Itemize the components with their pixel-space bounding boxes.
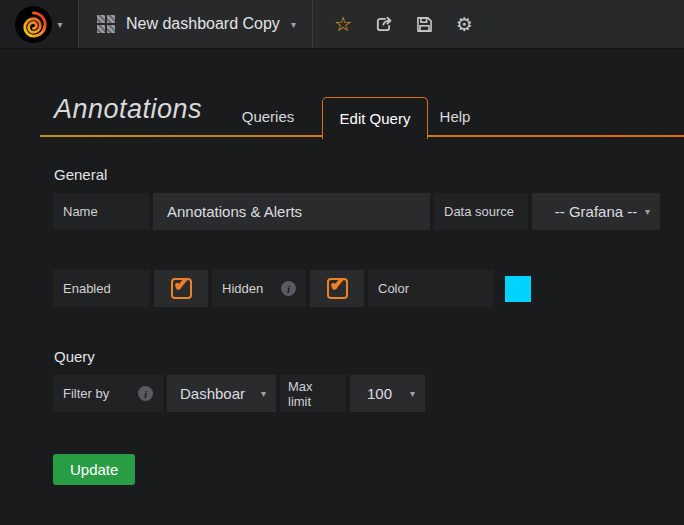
- max-limit-caret-icon: ▾: [410, 388, 415, 399]
- dashboard-title-menu[interactable]: New dashboard Copy ▾: [79, 0, 313, 48]
- hidden-checkbox[interactable]: ✔: [327, 278, 348, 299]
- annotations-header: Annotations Queries Edit Query Help: [0, 48, 684, 137]
- max-limit-select-value: 100: [367, 385, 392, 402]
- filter-by-caret-icon: ▾: [261, 388, 266, 399]
- name-input[interactable]: Annotations & Alerts: [153, 193, 430, 230]
- general-name-row: Name Annotations & Alerts Data source --…: [53, 193, 684, 230]
- settings-gear-icon[interactable]: ⚙: [456, 15, 473, 34]
- name-label: Name: [53, 193, 149, 230]
- page-title: Annotations: [54, 94, 202, 125]
- hidden-checkbox-container: ✔: [310, 270, 364, 307]
- hidden-check-icon: ✔: [330, 273, 346, 296]
- enabled-label: Enabled: [53, 270, 150, 307]
- dashboard-title-caret-icon: ▾: [291, 19, 296, 30]
- enabled-check-icon: ✔: [174, 273, 190, 296]
- update-button[interactable]: Update: [53, 454, 135, 485]
- hidden-label: Hidden: [222, 281, 263, 296]
- share-icon[interactable]: [375, 15, 393, 33]
- hidden-label-box: Hidden i: [212, 270, 306, 307]
- navbar-actions: ☆ ⚙: [313, 0, 473, 48]
- datasource-caret-icon: ▾: [645, 206, 650, 217]
- max-limit-select[interactable]: 100 ▾: [350, 375, 425, 412]
- filter-by-select[interactable]: Dashboar ▾: [167, 375, 276, 412]
- max-limit-label: Max limit: [280, 375, 346, 412]
- general-section-label: General: [54, 166, 684, 183]
- filter-by-label-box: Filter by i: [53, 375, 163, 412]
- grafana-logo-icon: [15, 6, 52, 43]
- top-navbar: ▾ New dashboard Copy ▾ ☆ ⚙: [0, 0, 684, 48]
- tab-edit-query[interactable]: Edit Query: [322, 97, 428, 139]
- filter-by-label: Filter by: [63, 386, 109, 401]
- grafana-menu[interactable]: ▾: [0, 0, 79, 48]
- save-icon[interactable]: [416, 16, 433, 33]
- query-row: Filter by i Dashboar ▾ Max limit 100 ▾: [53, 375, 684, 412]
- enabled-checkbox-container: ✔: [154, 270, 208, 307]
- general-toggles-row: Enabled ✔ Hidden i ✔ Color: [53, 270, 684, 307]
- hidden-info-icon[interactable]: i: [281, 281, 296, 296]
- color-label: Color: [368, 270, 494, 307]
- dashboard-title: New dashboard Copy: [126, 15, 280, 33]
- filter-by-info-icon[interactable]: i: [138, 386, 153, 401]
- datasource-label: Data source: [434, 193, 528, 230]
- query-section-label: Query: [54, 348, 684, 365]
- filter-by-select-value: Dashboar: [180, 385, 245, 402]
- enabled-checkbox[interactable]: ✔: [171, 278, 192, 299]
- tab-help[interactable]: Help: [425, 97, 485, 135]
- grafana-menu-caret-icon: ▾: [57, 19, 62, 30]
- dashboard-grid-icon: [97, 15, 115, 33]
- datasource-select-value: -- Grafana --: [555, 203, 638, 220]
- annotation-color-swatch[interactable]: [505, 276, 531, 302]
- datasource-select[interactable]: -- Grafana -- ▾: [532, 193, 660, 230]
- favorite-star-icon[interactable]: ☆: [334, 14, 352, 34]
- tab-queries[interactable]: Queries: [228, 97, 308, 135]
